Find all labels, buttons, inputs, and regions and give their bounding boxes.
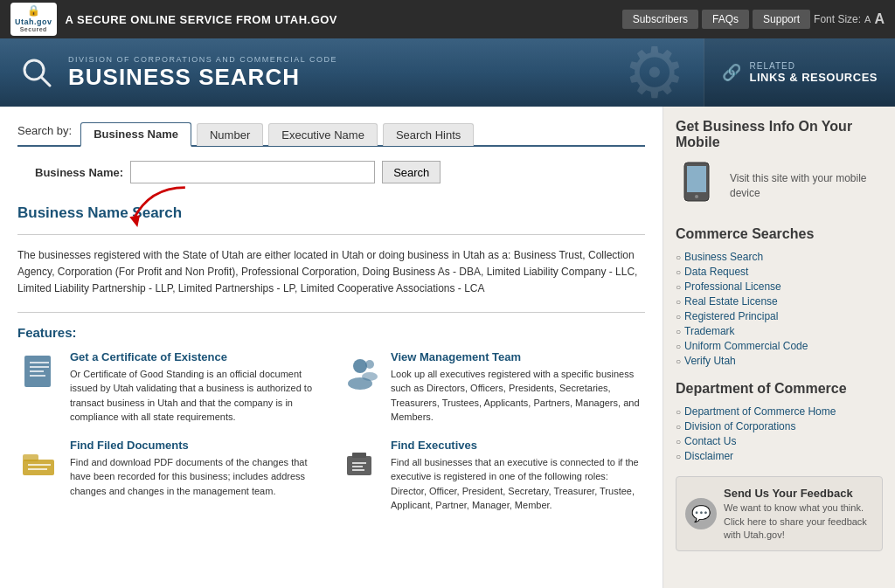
find-executives-text: Find Executives Find all businesses that… xyxy=(391,439,645,513)
commerce-link-business-search[interactable]: Business Search xyxy=(676,251,883,263)
feedback-desc: We want to know what you think. Click he… xyxy=(724,502,867,540)
business-search-link[interactable]: Business Search xyxy=(684,251,763,263)
commerce-link-ucc[interactable]: Uniform Commercial Code xyxy=(676,340,883,352)
filed-documents-desc: Find and download PDF documents of the c… xyxy=(70,455,324,499)
search-button[interactable]: Search xyxy=(382,161,441,183)
certificate-desc: Or Certificate of Good Standing is an of… xyxy=(70,367,324,425)
certificate-icon xyxy=(17,350,61,394)
secured-label: Secured xyxy=(20,26,47,33)
feedback-title: Send Us Your Feedback xyxy=(724,487,853,500)
contact-us-link[interactable]: Contact Us xyxy=(684,435,736,447)
find-executives-icon xyxy=(338,439,382,482)
commerce-searches-section: Commerce Searches Business Search Data R… xyxy=(676,226,883,367)
business-name-label: Business Name: xyxy=(35,166,123,179)
svg-rect-13 xyxy=(23,454,38,461)
svg-line-1 xyxy=(41,77,50,86)
tab-search-hints[interactable]: Search Hints xyxy=(383,123,474,146)
tab-number[interactable]: Number xyxy=(197,123,263,146)
features-grid: Get a Certificate of Existence Or Certif… xyxy=(17,350,645,513)
subscribers-button[interactable]: Subscribers xyxy=(622,10,698,29)
page-title: BUSINESS SEARCH xyxy=(68,64,337,91)
search-form: Business Name: Search xyxy=(35,161,645,183)
header-text: DIVISION OF CORPORATIONS AND COMMERCIAL … xyxy=(68,55,337,91)
svg-point-10 xyxy=(365,360,374,369)
font-large-button[interactable]: A xyxy=(874,11,885,27)
feature-filed-documents: Find Filed Documents Find and download P… xyxy=(17,439,324,513)
commerce-link-data-request[interactable]: Data Request xyxy=(676,266,883,278)
feedback-box[interactable]: 💬 Send Us Your Feedback We want to know … xyxy=(676,476,883,551)
dept-commerce-title: Department of Commerce xyxy=(676,381,883,397)
commerce-link-verify-utah[interactable]: Verify Utah xyxy=(676,355,883,367)
font-size-label: Font Size: xyxy=(814,13,861,25)
faqs-button[interactable]: FAQs xyxy=(702,10,749,29)
data-request-link[interactable]: Data Request xyxy=(684,266,748,278)
top-bar: 🔒 Utah.gov Secured A SECURE ONLINE SERVI… xyxy=(0,0,895,38)
find-executives-title: Find Executives xyxy=(391,439,645,452)
svg-rect-12 xyxy=(23,460,54,475)
business-name-input[interactable] xyxy=(130,161,375,183)
tagline: A SECURE ONLINE SERVICE FROM UTAH.GOV xyxy=(66,13,338,26)
filed-documents-title: Find Filed Documents xyxy=(70,439,324,452)
header-search-icon xyxy=(17,53,56,92)
related-links-text: RELATED LINKS & RESOURCES xyxy=(750,61,878,84)
tab-executive-name[interactable]: Executive Name xyxy=(268,123,378,146)
business-name-search-title: Business Name Search xyxy=(17,204,645,222)
links-label: LINKS & RESOURCES xyxy=(750,71,878,84)
ucc-link[interactable]: Uniform Commercial Code xyxy=(684,340,808,352)
svg-rect-22 xyxy=(687,166,706,192)
dept-commerce-home-link[interactable]: Department of Commerce Home xyxy=(684,405,836,418)
management-team-text: View Management Team Look up all executi… xyxy=(391,350,645,425)
feedback-text: Send Us Your Feedback We want to know wh… xyxy=(724,486,873,542)
link-icon: 🔗 xyxy=(722,63,741,82)
dept-commerce-list: Department of Commerce Home Division of … xyxy=(676,405,883,462)
dept-link-disclaimer[interactable]: Disclaimer xyxy=(676,450,883,462)
related-links-button[interactable]: 🔗 RELATED LINKS & RESOURCES xyxy=(704,38,895,107)
registered-principal-link[interactable]: Registered Principal xyxy=(684,310,778,322)
commerce-searches-title: Commerce Searches xyxy=(676,226,883,242)
search-by-label: Search by: xyxy=(17,124,72,142)
filed-documents-icon xyxy=(17,439,61,482)
trademark-link[interactable]: Trademark xyxy=(684,325,735,337)
svg-rect-16 xyxy=(347,456,371,475)
commerce-link-trademark[interactable]: Trademark xyxy=(676,325,883,337)
svg-point-11 xyxy=(362,372,378,381)
mobile-title: Get Business Info On Your Mobile xyxy=(676,119,883,150)
svg-rect-17 xyxy=(352,453,366,458)
header: DIVISION OF CORPORATIONS AND COMMERCIAL … xyxy=(0,38,895,107)
search-by-row: Search by: Business Name Number Executiv… xyxy=(17,121,645,147)
feedback-chat-icon: 💬 xyxy=(685,498,717,529)
filed-documents-text: Find Filed Documents Find and download P… xyxy=(70,439,324,499)
utah-gov-label: Utah.gov xyxy=(15,17,52,27)
division-label: DIVISION OF CORPORATIONS AND COMMERCIAL … xyxy=(68,55,337,64)
dept-link-divisions[interactable]: Division of Corporations xyxy=(676,420,883,432)
commerce-link-professional-license[interactable]: Professional License xyxy=(676,280,883,293)
find-executives-desc: Find all businesses that an executive is… xyxy=(391,455,645,513)
disclaimer-link[interactable]: Disclaimer xyxy=(684,450,733,462)
verify-utah-link[interactable]: Verify Utah xyxy=(684,355,736,367)
division-corporations-link[interactable]: Division of Corporations xyxy=(684,420,795,432)
real-estate-license-link[interactable]: Real Estate License xyxy=(684,295,778,308)
management-team-title: View Management Team xyxy=(391,350,645,363)
features-title: Features: xyxy=(17,325,645,340)
feature-certificate: Get a Certificate of Existence Or Certif… xyxy=(17,350,324,425)
tab-business-name[interactable]: Business Name xyxy=(80,122,191,147)
content-area: Search by: Business Name Number Executiv… xyxy=(0,107,663,588)
professional-license-link[interactable]: Professional License xyxy=(684,280,781,293)
font-small-button[interactable]: A xyxy=(864,14,871,24)
search-form-container: Business Name: Search xyxy=(17,161,645,183)
divider-1 xyxy=(17,234,645,235)
feature-management-team: View Management Team Look up all executi… xyxy=(338,350,645,425)
department-commerce-section: Department of Commerce Department of Com… xyxy=(676,381,883,462)
dept-link-home[interactable]: Department of Commerce Home xyxy=(676,405,883,418)
related-label: RELATED xyxy=(750,61,878,71)
support-button[interactable]: Support xyxy=(753,10,810,29)
commerce-link-registered-principal[interactable]: Registered Principal xyxy=(676,310,883,322)
svg-point-23 xyxy=(695,195,698,198)
mobile-visit-text: Visit this site with your mobile device xyxy=(730,171,883,201)
commerce-link-real-estate-license[interactable]: Real Estate License xyxy=(676,295,883,308)
feature-find-executives: Find Executives Find all businesses that… xyxy=(338,439,645,513)
dept-link-contact[interactable]: Contact Us xyxy=(676,435,883,447)
header-left: DIVISION OF CORPORATIONS AND COMMERCIAL … xyxy=(0,38,704,107)
certificate-title: Get a Certificate of Existence xyxy=(70,350,324,363)
management-team-icon xyxy=(338,350,382,394)
